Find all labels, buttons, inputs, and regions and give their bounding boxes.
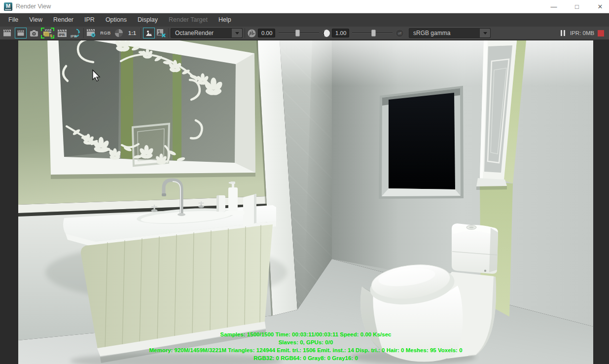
renderer-dropdown[interactable]: OctaneRender xyxy=(171,28,243,38)
maximize-button[interactable]: □ xyxy=(570,2,584,11)
ceiling-light-glow xyxy=(258,40,593,86)
window-sill xyxy=(382,188,461,196)
tank-right-shade xyxy=(489,228,498,272)
mirror-frame-shade xyxy=(235,53,255,173)
ipr-clapperboard-icon: IPR xyxy=(57,29,67,37)
keep-image-icon xyxy=(145,29,153,37)
green-bracket-icon xyxy=(41,28,44,31)
one-to-one-icon: 1:1 xyxy=(128,30,136,36)
chevron-down-icon xyxy=(483,32,487,35)
green-bracket-icon xyxy=(51,28,54,31)
dropdown-arrow-button[interactable] xyxy=(479,29,490,37)
slider-handle[interactable] xyxy=(371,30,376,36)
close-button[interactable]: ✕ xyxy=(593,2,608,11)
mirror xyxy=(47,40,255,179)
redo-previous-ipr-button[interactable]: IPR xyxy=(70,28,81,38)
titlebar: M Render View — □ ✕ xyxy=(0,0,609,13)
minimize-button[interactable]: — xyxy=(546,2,561,11)
window-glass xyxy=(389,93,455,189)
contrast-icon xyxy=(322,29,330,37)
ipr-refresh-icon: IPR xyxy=(70,28,81,38)
keep-image-button[interactable] xyxy=(143,28,155,38)
colorspace-selected-label: sRGB gamma xyxy=(409,30,479,36)
short-jar-shade xyxy=(216,195,219,212)
dark-window xyxy=(379,86,464,199)
pump-nozzle xyxy=(229,182,231,183)
white-box-shade xyxy=(254,194,256,223)
stats-slaves-line: Slaves: 0, GPUs: 0/0 xyxy=(18,338,593,346)
clapperboard-icon xyxy=(3,29,12,37)
remove-image-button[interactable] xyxy=(155,28,167,38)
toolbar-separator xyxy=(168,28,169,38)
render-settings-button[interactable] xyxy=(85,28,97,38)
stats-samples-line: Samples: 1500/1500 Time: 00:03:11/00:03:… xyxy=(18,330,593,338)
render-view-window: M Render View — □ ✕ File View Render IPR… xyxy=(0,0,609,364)
bottle-neck xyxy=(232,183,234,188)
cabinet-sill-shadow xyxy=(476,186,507,190)
render-sequence-button[interactable]: S xyxy=(41,28,54,38)
stats-memory-line: Memory: 920M/1459M/3221M Triangles: 1249… xyxy=(18,346,593,354)
ipr-stop-button[interactable] xyxy=(598,30,604,36)
menu-ipr[interactable]: IPR xyxy=(79,13,100,27)
color-management-off-toggle: off xyxy=(395,29,404,37)
pause-bar-icon xyxy=(564,30,565,36)
dropdown-arrow-button[interactable] xyxy=(231,29,242,37)
rgb-channels-icon: RGB xyxy=(100,31,111,36)
green-bracket-icon xyxy=(41,35,44,38)
ipr-memory-label: IPR: 0MB xyxy=(570,30,594,36)
render-viewport: Samples: 1500/1500 Time: 00:03:11/00:03:… xyxy=(0,39,609,364)
exposure-slider[interactable] xyxy=(279,28,319,38)
menu-view[interactable]: View xyxy=(24,13,48,27)
window-title: Render View xyxy=(16,3,51,10)
remove-image-icon xyxy=(156,29,166,37)
display-rgb-channels-button[interactable]: RGB xyxy=(99,28,112,38)
menu-file[interactable]: File xyxy=(3,13,24,27)
maya-logo-strip xyxy=(5,9,11,10)
pump-bottle xyxy=(228,187,238,211)
soap-tray xyxy=(225,211,245,215)
menu-display[interactable]: Display xyxy=(132,13,163,27)
menu-help[interactable]: Help xyxy=(213,13,237,27)
alpha-pie-icon xyxy=(114,29,123,37)
tank-bolt xyxy=(484,270,486,272)
slider-handle[interactable] xyxy=(295,30,300,36)
bathroom-render-scene xyxy=(18,40,593,364)
maya-logo-letter: M xyxy=(6,3,10,9)
render-current-frame-button[interactable] xyxy=(1,28,13,38)
render-settings-icon xyxy=(86,29,96,37)
faucet-base xyxy=(178,213,185,216)
flush-button-center xyxy=(469,226,474,228)
toolbar-separator xyxy=(245,28,245,38)
ipr-refresh-label: IPR xyxy=(71,34,77,38)
toolbar-separator xyxy=(141,28,141,38)
renderer-selected-label: OctaneRender xyxy=(171,30,231,36)
menu-options[interactable]: Options xyxy=(100,13,132,27)
chevron-down-icon xyxy=(235,32,239,35)
exposure-toggle-button[interactable] xyxy=(246,28,257,38)
camera-icon xyxy=(30,30,38,37)
ipr-render-button[interactable]: IPR xyxy=(56,28,68,38)
contrast-toggle-button[interactable] xyxy=(321,28,331,38)
gamma-field[interactable] xyxy=(332,29,349,37)
menu-render[interactable]: Render xyxy=(48,13,79,27)
ipr-pause-button[interactable] xyxy=(561,30,565,36)
menu-render-target: Render Target xyxy=(163,13,213,27)
exposure-field[interactable] xyxy=(258,29,275,37)
reflected-green-stripe xyxy=(121,45,133,159)
toolbar: S IPR IPR xyxy=(0,27,609,39)
redo-previous-render-button[interactable] xyxy=(15,28,27,38)
ipr-label: IPR xyxy=(59,33,65,37)
display-alpha-channel-button[interactable] xyxy=(113,28,124,38)
gamma-slider[interactable] xyxy=(352,28,393,38)
display-real-size-button[interactable]: 1:1 xyxy=(126,28,139,38)
menubar: File View Render IPR Options Display Ren… xyxy=(0,13,609,27)
aperture-icon xyxy=(247,29,256,38)
green-bracket-icon xyxy=(51,35,54,38)
colorspace-dropdown[interactable]: sRGB gamma xyxy=(409,28,491,38)
snapshot-button[interactable] xyxy=(28,28,40,38)
faucet-spout xyxy=(162,193,166,196)
render-stats-overlay: Samples: 1500/1500 Time: 00:03:11/00:03:… xyxy=(18,330,593,362)
toolbar-separator xyxy=(83,28,84,38)
maya-app-icon: M xyxy=(4,2,12,11)
rendered-image[interactable]: Samples: 1500/1500 Time: 00:03:11/00:03:… xyxy=(18,40,593,364)
